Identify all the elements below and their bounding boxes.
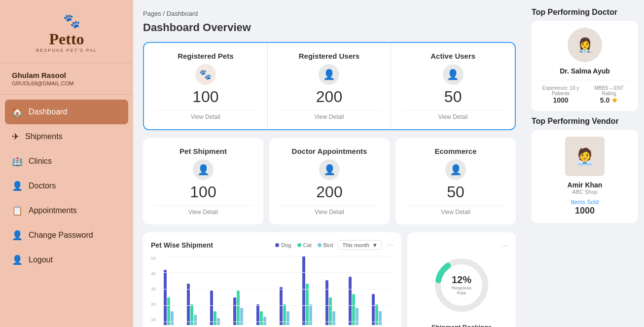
- ecommerce-icon: 👤: [445, 159, 466, 180]
- doctor-patients-label: Patients: [538, 91, 583, 96]
- bar-bird: [379, 311, 382, 325]
- top-vendor-section: Top Performing Vendor 🧑‍💼 Amir Khan ABC …: [532, 117, 638, 223]
- chart-more-icon[interactable]: ···: [387, 241, 394, 250]
- stat-card-active-users: Active Users 👤 50 View Detail: [391, 43, 515, 129]
- sidebar-nav: 🏠 Dashboard ✈ Shipments 🏥 Clinics 👤 Doct…: [0, 100, 133, 272]
- shipment-bookings-title: Shipment Bookings: [431, 324, 492, 327]
- doctor-experience: Experience: 10 y Patients 1000: [538, 85, 583, 104]
- bar-cat: [283, 304, 286, 325]
- bar-group: [233, 291, 255, 325]
- chart-filter[interactable]: This month ▼: [338, 240, 382, 250]
- view-detail-pet-shipment[interactable]: View Detail: [153, 205, 253, 216]
- donut-chart: 12% ResponseRate: [432, 255, 491, 315]
- doctors-icon: 👤: [12, 181, 23, 191]
- active-users-icon: 👤: [443, 64, 464, 85]
- legend-dot-dog: [275, 243, 279, 247]
- logo-area: 🐾 Petto BESPOKE PET'S PAL: [0, 10, 133, 63]
- stat-value-active-users: 50: [444, 88, 462, 106]
- top-stats-row: Registered Pets 🐾 100 View Detail Regist…: [143, 42, 516, 130]
- stat-title-ecommerce: Ecommerce: [434, 147, 476, 155]
- shipment-more-icon[interactable]: ···: [501, 242, 508, 251]
- sidebar-item-clinics[interactable]: 🏥 Clinics: [0, 149, 133, 174]
- top-vendor-title: Top Performing Vendor: [532, 117, 638, 126]
- stat-card-pet-shipment: Pet Shipment 👤 100 View Detail: [143, 138, 263, 224]
- sidebar-item-appointments[interactable]: 📋 Appointments: [0, 198, 133, 223]
- change-password-icon: 👤: [12, 230, 23, 241]
- vendor-card: 🧑‍💼 Amir Khan ABC Shop Items Sold 1000: [532, 130, 638, 223]
- bar-dog: [349, 277, 352, 325]
- bar-dog: [187, 284, 190, 325]
- bar-cat: [167, 297, 170, 325]
- bar-bird: [332, 311, 335, 325]
- bar-bird: [309, 304, 312, 325]
- bar-bird: [356, 308, 358, 325]
- sidebar-item-shipments-label: Shipments: [25, 132, 63, 141]
- bar-cat: [329, 297, 332, 325]
- user-email: GRUOL69@GMAIL.COM: [12, 80, 121, 86]
- doctor-avatar: 👩‍⚕️: [568, 28, 602, 62]
- stat-value-registered-pets: 100: [192, 88, 218, 106]
- view-detail-registered-users[interactable]: View Detail: [278, 110, 381, 120]
- doctor-patients-value: 1000: [538, 96, 583, 104]
- stat-title-registered-pets: Registered Pets: [178, 52, 233, 60]
- chart-header: Pet Wise Shipment Dog Cat Bi: [151, 240, 394, 250]
- stat-card-registered-users: Registered Users 👤 200 View Detail: [268, 43, 392, 129]
- bar-group: [164, 270, 185, 325]
- sidebar-item-logout-label: Logout: [29, 255, 53, 264]
- view-detail-active-users[interactable]: View Detail: [401, 110, 505, 120]
- bar-group: [302, 256, 324, 325]
- breadcrumb-current: Dashboard: [167, 10, 198, 17]
- stat-card-registered-pets: Registered Pets 🐾 100 View Detail: [144, 43, 268, 129]
- view-detail-doctor-appointments[interactable]: View Detail: [279, 205, 380, 216]
- bar-bird: [217, 318, 220, 325]
- sidebar-item-doctors-label: Doctors: [29, 182, 56, 190]
- logout-icon: 👤: [12, 254, 23, 265]
- stat-title-active-users: Active Users: [430, 52, 475, 60]
- bar-bird: [286, 311, 289, 325]
- sidebar-item-shipments[interactable]: ✈ Shipments: [0, 124, 133, 149]
- bar-group: [372, 294, 394, 325]
- bar-dog: [233, 297, 236, 325]
- view-detail-registered-pets[interactable]: View Detail: [154, 110, 257, 120]
- star-icon: ★: [611, 96, 618, 104]
- stat-value-doctor-appointments: 200: [316, 183, 342, 201]
- logo-tagline: BESPOKE PET'S PAL: [36, 48, 97, 53]
- doctor-name: Dr. Salma Ayub: [538, 67, 631, 75]
- bar-cat: [260, 311, 263, 325]
- breadcrumb: Pages / Dashboard: [143, 10, 516, 17]
- chart-legend: Dog Cat Bird: [275, 242, 333, 248]
- sidebar: 🐾 Petto BESPOKE PET'S PAL Ghulam Rasool …: [0, 0, 133, 327]
- sidebar-item-doctors[interactable]: 👤 Doctors: [0, 174, 133, 198]
- bar-dog: [256, 304, 259, 325]
- doctor-appointments-icon: 👤: [319, 159, 340, 180]
- chevron-down-icon: ▼: [372, 242, 378, 248]
- bar-cat: [352, 294, 355, 325]
- view-detail-ecommerce[interactable]: View Detail: [405, 205, 506, 216]
- stat-value-pet-shipment: 100: [190, 183, 216, 201]
- registered-users-icon: 👤: [319, 64, 339, 85]
- vendor-sold-value: 1000: [538, 206, 631, 216]
- chart-area: 50 40 30 20 10 JanFebMarAprMayJunJulAugS…: [151, 256, 394, 327]
- doctor-rating-label: Rating: [587, 91, 631, 96]
- home-icon: 🏠: [12, 107, 23, 117]
- chart-title: Pet Wise Shipment: [151, 241, 213, 249]
- bar-group: [349, 277, 370, 325]
- stat-title-registered-users: Registered Users: [299, 52, 359, 60]
- donut-label: 12% ResponseRate: [452, 274, 472, 296]
- bar-group: [280, 287, 301, 325]
- bar-cat: [214, 311, 216, 325]
- sidebar-item-change-password[interactable]: 👤 Change Password: [0, 223, 133, 248]
- legend-bird: Bird: [318, 242, 333, 248]
- sidebar-item-dashboard[interactable]: 🏠 Dashboard: [5, 100, 128, 124]
- bottom-stats-row: Pet Shipment 👤 100 View Detail Doctor Ap…: [143, 138, 516, 224]
- bar-dog: [164, 270, 167, 325]
- appointments-icon: 📋: [12, 205, 23, 216]
- vendor-shop: ABC Shop: [538, 189, 631, 195]
- y-label-10: 10: [151, 317, 161, 322]
- sidebar-item-logout[interactable]: 👤 Logout: [0, 248, 133, 272]
- y-label-30: 30: [151, 287, 161, 291]
- stat-card-doctor-appointments: Doctor Appointments 👤 200 View Detail: [269, 138, 390, 224]
- sidebar-item-appointments-label: Appointments: [29, 206, 77, 215]
- bar-group: [325, 280, 347, 325]
- donut-sub: ResponseRate: [452, 285, 472, 296]
